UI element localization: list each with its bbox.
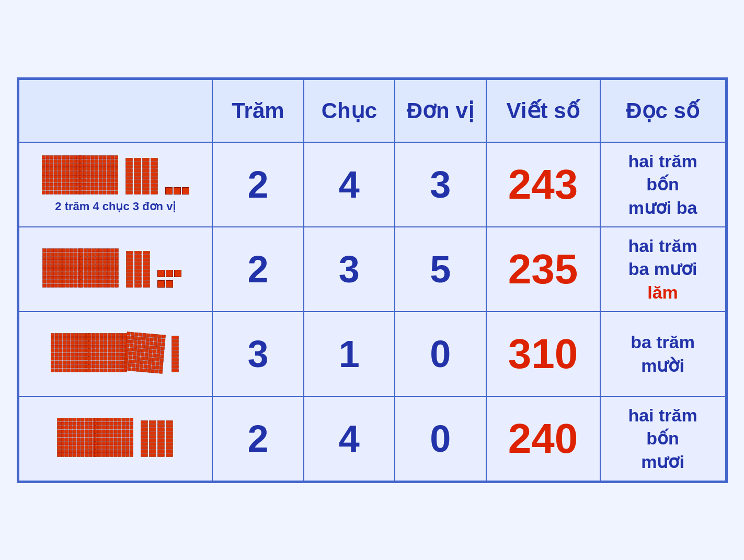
svg-rect-441	[111, 284, 115, 288]
svg-rect-992	[141, 436, 147, 439]
svg-rect-612	[104, 345, 108, 349]
svg-rect-967	[130, 445, 133, 449]
svg-rect-510	[59, 345, 63, 349]
svg-rect-276	[54, 260, 58, 264]
svg-rect-33	[54, 167, 58, 171]
ten-block	[157, 420, 165, 459]
header-row: Trăm Chục Đơn vị Viết số Đọc số	[19, 79, 726, 142]
svg-rect-175	[99, 183, 102, 187]
svg-rect-725	[153, 350, 157, 353]
svg-rect-210	[134, 158, 141, 162]
svg-rect-362	[115, 253, 119, 256]
svg-rect-929	[98, 434, 102, 438]
svg-rect-431	[111, 280, 115, 284]
svg-rect-451	[126, 281, 133, 284]
svg-rect-240	[165, 188, 172, 195]
svg-rect-56	[65, 175, 69, 179]
svg-rect-259	[66, 253, 70, 256]
svg-rect-130	[79, 167, 83, 171]
svg-rect-98	[73, 191, 77, 195]
svg-rect-920	[102, 430, 106, 433]
svg-rect-805	[85, 422, 88, 426]
svg-rect-124	[95, 164, 98, 167]
svg-rect-655	[116, 361, 119, 364]
svg-rect-744	[148, 357, 152, 361]
svg-rect-13	[54, 159, 58, 163]
svg-rect-155	[99, 175, 102, 179]
svg-rect-355	[87, 253, 91, 256]
svg-rect-978	[94, 453, 98, 457]
svg-rect-182	[87, 187, 90, 191]
svg-rect-229	[142, 191, 149, 195]
svg-rect-17	[70, 159, 73, 163]
svg-rect-729	[129, 351, 133, 355]
svg-rect-600	[96, 341, 100, 345]
svg-rect-23	[54, 164, 58, 167]
svg-rect-984	[118, 453, 121, 457]
svg-rect-648	[88, 361, 92, 364]
tens-value: 4	[339, 418, 360, 460]
svg-rect-862	[73, 445, 76, 449]
svg-rect-680	[135, 333, 139, 336]
svg-rect-131	[83, 167, 87, 171]
svg-rect-969	[98, 450, 102, 453]
svg-rect-311	[74, 272, 77, 276]
svg-rect-697	[162, 339, 165, 342]
svg-rect-70	[42, 183, 45, 187]
svg-rect-189	[115, 187, 118, 191]
svg-rect-392	[115, 265, 119, 268]
svg-rect-234	[151, 173, 157, 176]
svg-rect-122	[87, 164, 90, 167]
svg-rect-36	[65, 167, 69, 171]
svg-rect-41	[46, 172, 50, 175]
svg-rect-986	[125, 453, 129, 457]
svg-rect-688	[127, 336, 130, 339]
svg-rect-654	[112, 361, 116, 364]
tens-cell: 3	[304, 227, 395, 312]
svg-rect-277	[58, 260, 62, 264]
svg-rect-436	[91, 284, 95, 288]
svg-rect-329	[66, 280, 70, 284]
svg-rect-465	[143, 259, 150, 262]
svg-rect-100	[79, 156, 83, 159]
svg-rect-305	[50, 272, 54, 276]
svg-rect-35	[62, 167, 65, 171]
svg-rect-1015	[157, 447, 164, 450]
svg-rect-1009	[157, 425, 164, 428]
svg-rect-206	[125, 180, 132, 184]
svg-rect-110	[79, 159, 83, 163]
svg-rect-32	[50, 167, 53, 171]
svg-rect-318	[62, 276, 66, 280]
svg-rect-551	[63, 361, 66, 364]
svg-rect-663	[108, 365, 111, 369]
svg-rect-430	[107, 280, 111, 284]
svg-rect-83	[54, 187, 58, 191]
svg-rect-991	[141, 432, 147, 435]
svg-rect-876	[88, 450, 92, 453]
svg-rect-485	[78, 334, 82, 337]
svg-rect-611	[100, 345, 104, 349]
svg-rect-176	[102, 183, 106, 187]
svg-rect-624	[112, 349, 116, 353]
svg-rect-7	[70, 156, 73, 159]
svg-rect-18	[73, 159, 77, 163]
svg-rect-499	[55, 341, 59, 345]
svg-rect-453	[134, 252, 141, 255]
svg-rect-656	[120, 361, 123, 364]
svg-rect-1002	[149, 436, 156, 439]
svg-rect-152	[87, 175, 90, 179]
svg-rect-785	[172, 362, 179, 365]
svg-rect-174	[95, 183, 98, 187]
svg-rect-242	[182, 188, 189, 195]
svg-rect-370	[107, 257, 111, 260]
svg-rect-102	[87, 156, 90, 159]
svg-rect-489	[55, 337, 59, 341]
svg-rect-851	[69, 442, 73, 445]
hundreds-value: 2	[247, 248, 268, 290]
svg-rect-227	[142, 184, 149, 187]
svg-rect-526	[83, 349, 86, 353]
svg-rect-570	[59, 369, 63, 372]
svg-rect-938	[94, 438, 98, 441]
svg-rect-916	[125, 426, 129, 430]
svg-rect-425	[87, 280, 91, 284]
